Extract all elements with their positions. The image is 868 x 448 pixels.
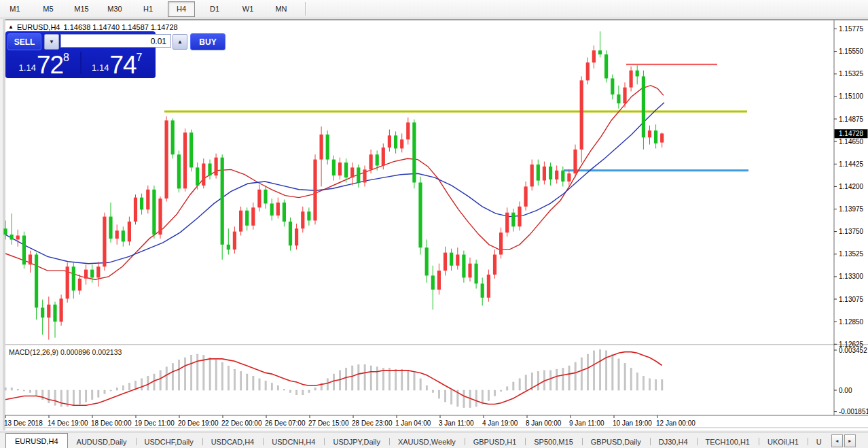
candle-body [208,164,211,176]
price-divider [80,52,82,74]
price-chart-canvas[interactable]: 1.157751.155501.153251.151001.148751.146… [0,18,868,432]
candle-body [376,154,379,165]
chart-tab-dj30-h4[interactable]: DJ30,H4 [650,435,697,448]
candle-body [660,133,664,142]
candle-body [35,255,38,308]
macd-histogram-bar [432,390,433,392]
macd-histogram-bar [308,390,310,392]
candle-body [295,228,298,245]
macd-histogram-bar [352,366,353,390]
buy-price-display[interactable]: 1.14 74 7 [81,50,154,75]
timeframe-button-mn[interactable]: MN [268,1,295,17]
time-axis-label: 3 Jan 11:00 [439,419,474,427]
lot-size-input[interactable] [60,34,171,48]
chart-tab-ukoil-h1[interactable]: UKOil,H1 [759,435,808,448]
candle-body [561,171,564,182]
candle-body [301,211,304,228]
candle-body [165,120,168,199]
price-axis-label: 1.13075 [839,296,864,303]
time-axis-label: 20 Dec 19:00 [178,419,219,427]
timeframe-button-h1[interactable]: H1 [134,1,162,17]
timeframe-button-d1[interactable]: D1 [201,1,228,17]
price-axis-label: 1.13525 [839,250,864,258]
macd-histogram-bar [48,390,50,403]
macd-histogram-bar [501,390,502,392]
sell-price-display[interactable]: 1.14 72 8 [7,50,81,75]
lot-increase-button[interactable]: ▲ [173,34,187,50]
chart-tab-gbpusd-daily[interactable]: GBPUSD,Daily [582,435,650,448]
candle-body [524,186,528,206]
macd-axis-label: -0.001851 [839,408,868,415]
candle-body [592,50,596,63]
price-axis-label: 1.15550 [839,48,864,55]
chart-tab-sp500-m15[interactable]: SP500,M15 [525,435,581,448]
candle-body [320,135,323,160]
macd-histogram-bar [128,383,130,390]
tab-scroll-right-button[interactable]: ▸ [844,434,856,447]
macd-histogram-bar [451,390,452,404]
mt4-window: M1M5M15M30H1H4D1W1MN 1.157751.155501.153… [0,0,868,448]
chart-tab-usdjpy-daily[interactable]: USDJPY,Daily [324,435,389,448]
candle-body [468,264,471,278]
chart-tab-audusd-daily[interactable]: AUDUSD,Daily [68,435,136,448]
macd-histogram-bar [395,369,397,390]
candle-body [456,255,459,266]
tab-scroll-left-button[interactable]: ◂ [831,434,843,447]
time-axis-label: 1 Jan 04:00 [395,419,431,427]
time-axis-label: 8 Jan 00:00 [526,419,562,427]
macd-histogram-bar [587,354,588,390]
timeframe-button-m15[interactable]: M15 [68,1,95,17]
candle-body [493,255,496,275]
chevron-down-icon: ▼ [49,39,54,45]
candle-body [257,190,261,208]
chart-tab-tech100-h1[interactable]: TECH100,H1 [697,435,759,448]
timeframe-button-h4[interactable]: H4 [168,1,195,17]
arrow-left-icon: ◂ [835,438,838,444]
candle-body [264,190,267,204]
chart-tab-xauusd-weekly[interactable]: XAUUSD,Weekly [389,435,465,448]
buy-button[interactable]: BUY [190,33,225,50]
timeframe-button-m5[interactable]: M5 [35,1,62,17]
candle-body [537,165,540,181]
macd-histogram-bar [537,372,539,390]
candle-body [382,148,385,166]
chart-tab-usdcnh-h4[interactable]: USDCNH,H4 [263,435,324,448]
candle-body [450,253,453,266]
macd-histogram-bar [110,390,111,391]
timeframe-button-m30[interactable]: M30 [101,1,128,17]
sell-button[interactable]: SELL [7,33,41,50]
macd-histogram-bar [463,390,465,408]
macd-histogram-bar [209,358,211,390]
macd-histogram-bar [215,360,217,390]
candle-body [369,154,373,169]
one-click-trading-panel: SELL ▼ ▲ BUY 1.14 72 8 1.14 74 7 [5,31,156,78]
lot-decrease-button[interactable]: ▼ [44,34,59,50]
chart-tab-u[interactable]: U [808,435,831,448]
candle-body [171,120,175,154]
price-axis-label: 1.15325 [839,70,864,77]
timeframe-toolbar: M1M5M15M30H1H4D1W1MN [0,0,868,18]
candle-body [604,54,608,78]
chart-tab-usdchf-daily[interactable]: USDCHF,Daily [136,435,202,448]
macd-histogram-bar [166,367,167,390]
chart-tab-usdcad-h4[interactable]: USDCAD,H4 [202,435,264,448]
timeframe-button-w1[interactable]: W1 [234,1,261,17]
buy-price-base: 1.14 [92,63,109,73]
timeframe-button-m1[interactable]: M1 [1,1,29,17]
chart-tab-eurusd-h4[interactable]: EURUSD,H4 [5,433,68,448]
chart-tab-gbpusd-h1[interactable]: GBPUSD,H1 [465,435,526,448]
candle-body [567,173,571,182]
macd-histogram-bar [525,375,526,390]
macd-histogram-bar [655,380,657,390]
time-axis-label: 10 Jan 19:00 [613,419,652,427]
collapse-triangle-icon[interactable]: ▲ [8,24,14,30]
macd-histogram-bar [438,390,439,398]
tab-separator [136,438,137,445]
macd-histogram-bar [247,374,248,390]
time-axis-label: 19 Dec 11:00 [134,419,175,427]
candle-body [475,264,478,283]
macd-histogram-bar [147,377,149,391]
macd-histogram-bar [327,379,328,390]
macd-histogram-bar [265,381,266,390]
macd-histogram-bar [600,349,601,390]
